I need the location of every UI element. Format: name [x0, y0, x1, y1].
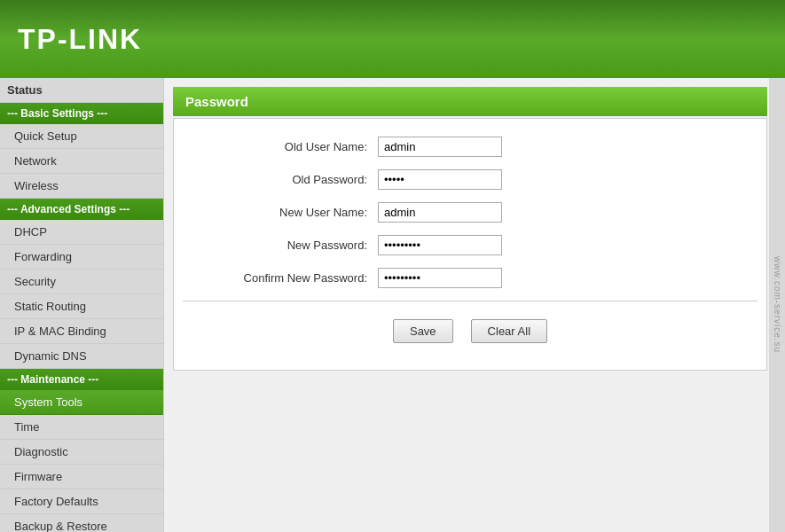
button-row: Save Clear All	[183, 310, 758, 352]
new-password-label: New Password:	[183, 239, 378, 252]
old-username-row: Old User Name:	[183, 137, 758, 157]
sidebar: Status --- Basic Settings --- Quick Setu…	[0, 78, 164, 532]
sidebar-section-advanced: --- Advanced Settings ---	[0, 199, 163, 220]
new-password-input[interactable]	[378, 235, 502, 255]
sidebar-item-static-routing[interactable]: Static Routing	[0, 294, 163, 319]
sidebar-section-maintenance: --- Maintenance ---	[0, 369, 163, 390]
sidebar-item-security[interactable]: Security	[0, 270, 163, 294]
sidebar-item-factory-defaults[interactable]: Factory Defaults	[0, 489, 163, 514]
form-separator	[183, 301, 758, 301]
old-password-row: Old Password:	[183, 169, 758, 190]
sidebar-section-basic: --- Basic Settings ---	[0, 103, 163, 124]
old-password-input[interactable]	[378, 169, 502, 190]
old-username-input[interactable]	[378, 137, 502, 157]
password-form: Old User Name: Old Password: New User Na…	[173, 118, 767, 371]
sidebar-item-network[interactable]: Network	[0, 149, 163, 174]
sidebar-item-system-tools[interactable]: System Tools	[0, 390, 163, 415]
confirm-password-row: Confirm New Password:	[183, 268, 758, 288]
new-username-label: New User Name:	[183, 206, 378, 219]
sidebar-item-firmware[interactable]: Firmware	[0, 465, 163, 489]
page-title: Password	[173, 87, 767, 116]
header: TP-LINK	[0, 0, 785, 78]
sidebar-item-wireless[interactable]: Wireless	[0, 174, 163, 199]
old-password-label: Old Password:	[183, 173, 378, 186]
sidebar-item-ip-mac-binding[interactable]: IP & MAC Binding	[0, 319, 163, 344]
sidebar-item-forwarding[interactable]: Forwarding	[0, 245, 163, 270]
sidebar-item-quick-setup[interactable]: Quick Setup	[0, 124, 163, 149]
sidebar-item-status[interactable]: Status	[0, 78, 163, 103]
save-button[interactable]: Save	[393, 319, 453, 343]
confirm-password-input[interactable]	[378, 268, 502, 288]
sidebar-item-diagnostic[interactable]: Diagnostic	[0, 440, 163, 465]
password-section: Password Old User Name: Old Password: Ne…	[164, 78, 785, 388]
watermark: www.com-service.su	[769, 78, 785, 532]
old-username-label: Old User Name:	[183, 140, 378, 153]
sidebar-item-time[interactable]: Time	[0, 415, 163, 440]
new-username-input[interactable]	[378, 202, 502, 223]
sidebar-item-backup-restore[interactable]: Backup & Restore	[0, 514, 163, 532]
clear-all-button[interactable]: Clear All	[471, 319, 547, 343]
main-layout: Status --- Basic Settings --- Quick Setu…	[0, 78, 785, 532]
content-area: Password Old User Name: Old Password: Ne…	[164, 78, 785, 532]
sidebar-item-dynamic-dns[interactable]: Dynamic DNS	[0, 344, 163, 369]
sidebar-item-dhcp[interactable]: DHCP	[0, 220, 163, 245]
confirm-password-label: Confirm New Password:	[183, 271, 378, 285]
new-password-row: New Password:	[183, 235, 758, 255]
logo: TP-LINK	[18, 23, 142, 56]
new-username-row: New User Name:	[183, 202, 758, 223]
